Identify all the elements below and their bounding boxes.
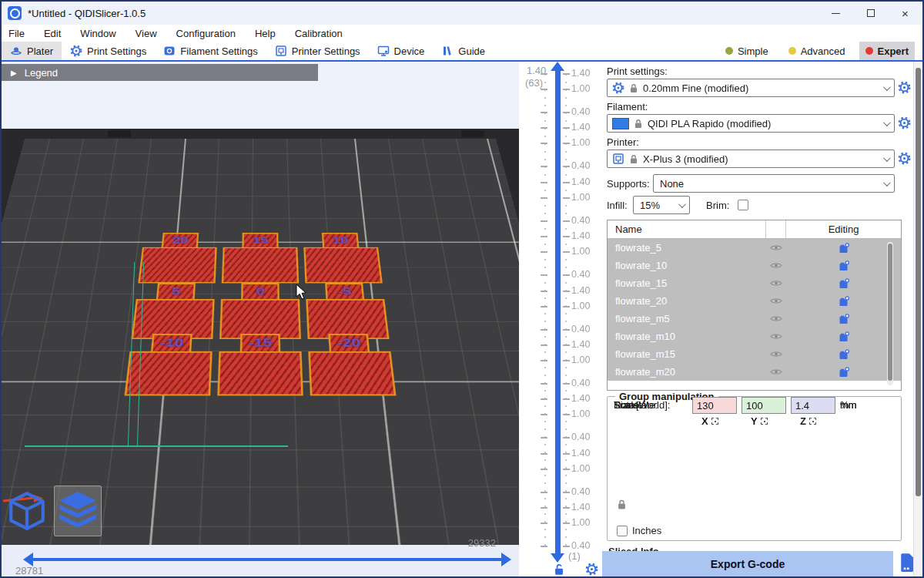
3d-editor-view-button[interactable] <box>3 486 51 536</box>
print-settings-combo[interactable]: 0.20mm Fine (modified) <box>607 79 895 97</box>
plate-object[interactable]: -15 <box>217 334 303 395</box>
object-row[interactable]: flowrate_m10 <box>608 328 901 345</box>
slider-settings-gear-icon[interactable] <box>585 563 598 576</box>
object-row[interactable]: flowrate_m15 <box>608 345 901 363</box>
brim-checkbox[interactable] <box>738 200 748 210</box>
horizontal-move-slider[interactable]: 28781 29332 <box>2 545 519 578</box>
edit-object-icon[interactable] <box>786 314 901 324</box>
eye-icon[interactable] <box>766 279 786 287</box>
tick-dash <box>541 469 547 470</box>
tab-print-settings[interactable]: Print Settings <box>62 42 155 60</box>
layer-slider-bottom-handle[interactable] <box>551 553 564 563</box>
plate-object[interactable]: -20 <box>307 334 396 395</box>
edit-object-icon[interactable] <box>786 278 901 289</box>
layer-tick-label: 1.40 <box>571 285 590 296</box>
filament-gear-icon[interactable] <box>898 116 911 129</box>
edit-object-icon[interactable] <box>786 260 901 271</box>
printer-combo[interactable]: X-Plus 3 (modified) <box>607 150 895 168</box>
edit-object-icon[interactable] <box>786 349 901 360</box>
export-gcode-button[interactable]: Export G-code <box>602 551 893 577</box>
mode-advanced[interactable]: Advanced <box>782 42 852 60</box>
axis-reset-icon[interactable] <box>711 418 718 425</box>
plate-object[interactable]: -5 <box>305 283 389 339</box>
menu-item[interactable]: File <box>8 28 25 39</box>
name-column-header[interactable]: Name <box>608 220 766 238</box>
hslider-track[interactable] <box>32 558 502 561</box>
object-row[interactable]: flowrate_5 <box>608 239 901 257</box>
preview-view-button[interactable] <box>54 486 102 536</box>
printer-gear-icon[interactable] <box>898 152 911 165</box>
legend-collapsed-bar[interactable]: ▶ Legend <box>2 64 318 81</box>
menu-item[interactable]: View <box>136 28 157 39</box>
object-list-scroll-thumb[interactable] <box>888 244 892 381</box>
x-value-input[interactable] <box>692 397 737 414</box>
eye-icon[interactable] <box>766 261 786 270</box>
sidebar-scrollbar[interactable] <box>913 62 922 578</box>
sidebar-scroll-thumb[interactable] <box>916 68 921 496</box>
menu-item[interactable]: Configuration <box>176 28 236 39</box>
filament-combo[interactable]: QIDI PLA Rapido (modified) <box>607 114 895 133</box>
eye-icon[interactable] <box>766 332 786 341</box>
object-row[interactable]: flowrate_10 <box>608 257 901 274</box>
tick-dash <box>563 182 570 183</box>
selection-outline-horizontal <box>25 445 288 447</box>
infill-combo[interactable]: 15% <box>633 196 690 214</box>
plate-object[interactable]: 0 <box>219 283 301 339</box>
edit-object-icon[interactable] <box>786 243 901 254</box>
plate-object[interactable]: 20 <box>138 233 217 283</box>
tick-dash <box>563 220 570 222</box>
edit-object-icon[interactable] <box>786 331 901 342</box>
object-name: flowrate_10 <box>608 260 766 271</box>
plate-object[interactable]: 10 <box>303 233 382 283</box>
tick-dash <box>563 274 570 276</box>
tab-printer-settings[interactable]: Printer Settings <box>266 42 369 60</box>
close-button[interactable]: × <box>888 2 922 25</box>
mode-expert[interactable]: Expert <box>859 42 915 60</box>
minimize-button[interactable] <box>819 2 853 25</box>
uniform-scale-lock-icon[interactable] <box>617 499 627 510</box>
eye-icon[interactable] <box>766 244 786 252</box>
plate-object[interactable]: 5 <box>131 283 215 339</box>
tab-label: Printer Settings <box>292 45 360 57</box>
tab-device[interactable]: Device <box>369 42 434 60</box>
tick-dash <box>563 143 570 144</box>
plate-object[interactable]: 15 <box>222 233 299 283</box>
eye-icon[interactable] <box>766 368 786 376</box>
object-row[interactable]: flowrate_20 <box>608 292 901 310</box>
maximize-button[interactable] <box>853 2 888 25</box>
menu-item[interactable]: Help <box>255 28 276 39</box>
layer-slider-track[interactable] <box>555 69 561 555</box>
axis-reset-icon[interactable] <box>809 418 816 425</box>
inches-checkbox[interactable] <box>617 526 628 536</box>
menu-item[interactable]: Edit <box>44 28 61 39</box>
edit-object-icon[interactable] <box>786 296 901 307</box>
tab-plater[interactable]: Plater <box>2 42 62 60</box>
editing-column-header[interactable]: Editing <box>786 223 901 235</box>
visibility-column-header <box>766 220 786 238</box>
mode-simple[interactable]: Simple <box>719 42 775 60</box>
eye-icon[interactable] <box>766 314 786 323</box>
z-value-input[interactable] <box>791 397 835 414</box>
object-list-header: Name Editing <box>608 220 901 239</box>
3d-viewport[interactable]: 20151050-5-10-15-20 ▶ Legend <box>2 62 519 578</box>
object-row[interactable]: flowrate_15 <box>608 274 901 292</box>
menu-item[interactable]: Calibration <box>295 28 343 39</box>
tab-guide[interactable]: Guide <box>433 42 494 60</box>
supports-combo[interactable]: None <box>653 174 895 193</box>
menu-item[interactable]: Window <box>80 28 116 39</box>
tab-filament-settings[interactable]: Filament Settings <box>155 42 266 60</box>
hslider-right-arrow-icon[interactable] <box>501 553 511 566</box>
object-row[interactable]: flowrate_m20 <box>608 363 901 381</box>
edit-object-icon[interactable] <box>786 367 901 378</box>
layer-slider-minor-ticks-right <box>565 74 567 547</box>
eye-icon[interactable] <box>766 350 786 358</box>
eye-icon[interactable] <box>766 297 786 305</box>
filament-label: Filament: <box>607 101 648 113</box>
object-row[interactable]: flowrate_m5 <box>608 310 901 328</box>
tick-dash <box>563 469 570 470</box>
y-value-input[interactable] <box>742 397 786 414</box>
print-settings-gear-icon[interactable] <box>898 81 911 94</box>
axis-reset-icon[interactable] <box>761 418 768 425</box>
object-list-scrollbar[interactable] <box>887 242 893 385</box>
unlock-icon[interactable] <box>553 563 565 576</box>
